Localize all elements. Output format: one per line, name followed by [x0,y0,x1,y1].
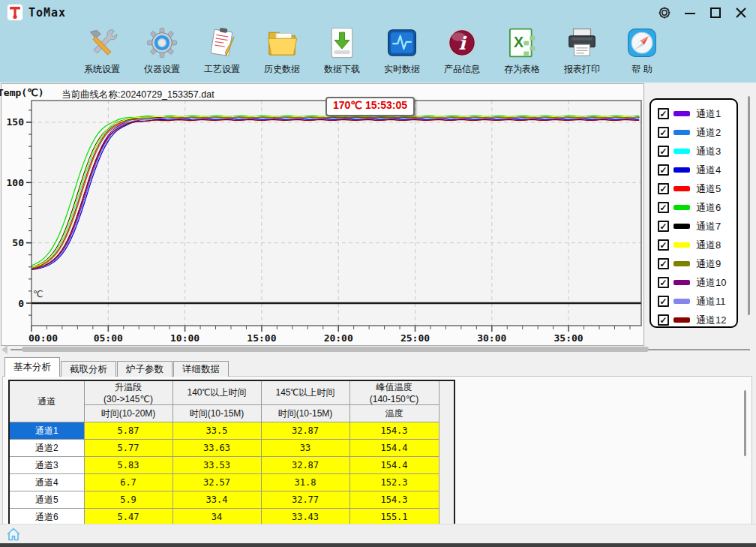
svg-text:100: 100 [7,177,25,188]
chart-horizontal-scrollbar-thumb[interactable] [22,347,649,352]
col-header-1: 140℃以上时间 [172,380,261,405]
toolbar-label: 报表打印 [564,63,600,76]
app-window: ToMax [0,0,756,547]
close-button[interactable] [730,3,752,23]
thermometer-logo-icon [7,4,23,21]
col-subheader-1: 时间(10-15M) [172,405,261,422]
col-header-3: 峰值温度(140-150℃) [350,380,439,405]
channel-checkbox[interactable]: ✓ [658,127,669,138]
settings-gear-button[interactable] [654,3,675,23]
value-cell: 32.87 [261,457,350,474]
toolbar-history-data[interactable]: 历史数据 [254,26,310,76]
legend-item-通道3[interactable]: ✓通道3 [658,142,736,161]
channel-checkbox[interactable]: ✓ [658,277,669,288]
channel-cell[interactable]: 通道2 [9,440,84,457]
legend-item-通道8[interactable]: ✓通道8 [658,236,736,254]
maximize-button[interactable] [705,3,726,23]
table-row-通道3[interactable]: 通道35.8333.5332.87154.4 [9,457,454,474]
toolbar-realtime-data[interactable]: 实时数据 [374,26,430,76]
value-cell: 33 [261,440,350,457]
toolbar: 系统设置 [74,26,674,76]
value-cell: 5.9 [84,491,172,509]
compass-icon [625,26,659,60]
window-controls [654,3,752,23]
svg-text:50: 50 [12,237,24,248]
home-icon [5,526,22,542]
tab-basic-analysis[interactable]: 基本分析 [4,357,60,377]
maximize-icon [708,5,723,20]
value-cell: 154.3 [350,491,439,509]
legend-item-通道7[interactable]: ✓通道7 [658,217,736,236]
legend-item-通道12[interactable]: ✓通道12 [658,311,736,329]
col-subheader-0: 时间(10-20M) [84,405,172,422]
channel-color-swatch [674,224,690,229]
channel-label: 通道1 [696,107,721,121]
legend-item-通道6[interactable]: ✓通道6 [658,198,736,217]
channel-cell[interactable]: 通道5 [9,491,84,509]
toolbar-process-settings[interactable]: 工艺设置 [194,26,250,76]
tab-capture-analysis[interactable]: 截取分析 [61,361,116,377]
value-cell: 31.8 [261,474,350,491]
channel-checkbox[interactable]: ✓ [658,314,669,326]
legend-item-通道9[interactable]: ✓通道9 [658,254,736,273]
legend-item-通道4[interactable]: ✓通道4 [658,161,736,179]
minimize-button[interactable] [680,3,700,23]
toolbar-label: 实时数据 [384,63,420,76]
channel-checkbox[interactable]: ✓ [658,183,669,194]
legend-item-通道5[interactable]: ✓通道5 [658,179,736,198]
toolbar-product-info[interactable]: i 产品信息 [434,26,490,76]
legend-item-通道11[interactable]: ✓通道11 [658,292,736,311]
tools-icon [85,26,119,60]
toolbar-save-as-table[interactable]: X 存为表格 [494,26,550,76]
channel-checkbox[interactable]: ✓ [658,164,669,176]
channel-color-swatch [674,261,690,266]
channel-checkbox[interactable]: ✓ [658,258,669,269]
svg-text:10:00: 10:00 [170,332,200,344]
channel-color-swatch [674,130,690,135]
toolbar-report-print[interactable]: 报表打印 [554,26,610,76]
channel-cell[interactable]: 通道3 [9,457,84,474]
channel-checkbox[interactable]: ✓ [658,221,669,232]
panel-vertical-scrollbar[interactable] [744,390,746,456]
toolbar-label: 产品信息 [444,63,480,76]
window-bottom-edge [0,543,756,547]
table-row-通道4[interactable]: 通道46.732.5731.8152.3 [9,474,454,491]
channel-label: 通道4 [696,164,721,177]
toolbar-label: 工艺设置 [204,63,240,76]
tab-furnace-params[interactable]: 炉子参数 [117,361,172,377]
channel-checkbox[interactable]: ✓ [658,108,669,119]
channel-checkbox[interactable]: ✓ [658,239,669,251]
toolbar-help[interactable]: 帮 助 [614,26,670,76]
legend-item-通道1[interactable]: ✓通道1 [658,104,736,123]
temperature-plot[interactable]: 05010015000:0005:0010:0015:0020:0025:003… [2,98,644,344]
table-vertical-scrollbar[interactable] [439,380,454,526]
channel-cell[interactable]: 通道4 [9,474,84,491]
channel-checkbox[interactable]: ✓ [658,296,669,307]
value-cell: 5.83 [84,457,172,474]
home-button[interactable] [5,526,22,542]
toolbar-data-download[interactable]: 数据下载 [314,26,370,76]
tab-detail-data[interactable]: 详细数据 [173,361,229,377]
channel-checkbox[interactable]: ✓ [658,146,669,157]
table-row-通道1[interactable]: 通道15.8733.532.87154.3 [9,422,454,440]
folder-icon [265,26,299,60]
value-cell: 152.3 [350,474,439,491]
printer-icon [565,26,599,60]
channel-color-swatch [674,299,690,304]
legend-item-通道10[interactable]: ✓通道10 [658,273,736,292]
table-row-通道2[interactable]: 通道25.7733.6333154.4 [9,440,454,457]
toolbar-label: 数据下载 [324,63,360,76]
analysis-content-panel: 通道升温段(30->145℃)140℃以上时间145℃以上时间峰值温度(140-… [2,376,752,530]
toolbar-instrument-settings[interactable]: 仪器设置 [134,26,190,76]
chart-panel: Temp(℃) 当前曲线名称:20240729_153357.dat 05010… [1,83,644,346]
statusbar [0,524,756,544]
channel-checkbox[interactable]: ✓ [658,202,669,213]
value-cell: 32.87 [261,422,350,440]
legend-item-通道2[interactable]: ✓通道2 [658,123,736,142]
table-row-通道5[interactable]: 通道55.933.432.77154.3 [9,491,454,509]
chart-vertical-scrollbar[interactable] [748,96,750,315]
channel-cell[interactable]: 通道1 [9,422,84,440]
toolbar-system-settings[interactable]: 系统设置 [74,26,130,76]
scroll-left-arrow-icon[interactable] [2,345,8,354]
minimize-icon [682,5,698,20]
